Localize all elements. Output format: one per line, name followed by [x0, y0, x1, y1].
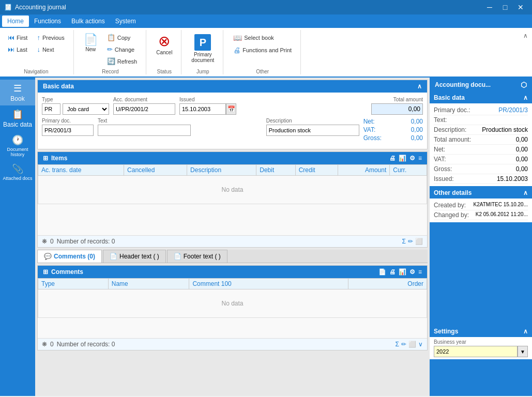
primary-doc-icon: P [194, 34, 211, 51]
tabs-bar: 💬 Comments (0) 📄 Header text ( ) 📄 Foote… [37, 250, 428, 263]
right-settings-collapse[interactable]: ∧ [523, 328, 528, 335]
acc-document-field: Acc. document [113, 97, 175, 115]
items-filter-icon[interactable]: ⚙ [409, 155, 415, 162]
right-row-text: Text: [434, 115, 528, 125]
menu-functions[interactable]: Functions [29, 16, 66, 27]
sidebar-item-basic-data[interactable]: 📋 Basic data [0, 105, 35, 131]
comments-filter-icon[interactable]: ⚙ [409, 268, 415, 276]
last-button[interactable]: ⏭ Last [4, 44, 31, 55]
items-print-icon[interactable]: 🖨 [389, 155, 396, 162]
copy-button[interactable]: 📋 Copy [103, 32, 141, 43]
right-other-details-header: Other details ∧ [430, 187, 532, 198]
menu-system[interactable]: System [110, 16, 141, 27]
first-button[interactable]: ⏮ First [4, 32, 31, 43]
next-button[interactable]: ↓ Next [33, 44, 68, 55]
type-select[interactable]: Job card [63, 103, 109, 115]
comments-scroll-down[interactable]: ∨ [418, 341, 423, 348]
previous-button[interactable]: ↑ Previous [33, 32, 68, 43]
comments-print-icon[interactable]: 🖨 [389, 268, 396, 276]
right-row-net: Net: 0,00 [434, 145, 528, 155]
description-input[interactable] [266, 125, 359, 136]
net-label: Net: [363, 118, 375, 125]
amounts-panel: Net: 0,00 VAT: 0,00 Gross: 0,00 [363, 118, 423, 142]
vat-value: 0,00 [392, 126, 423, 133]
right-other-details-collapse[interactable]: ∧ [523, 189, 528, 196]
ribbon-collapse-button[interactable]: ∧ [523, 32, 528, 39]
ribbon-group-status: ⊗ Cancel Status [153, 30, 181, 74]
comments-table-wrapper: Type Name Comment 100 Order No data [38, 278, 427, 339]
comments-add-icon[interactable]: 📄 [378, 268, 386, 276]
type-input[interactable] [42, 103, 60, 115]
business-year-input[interactable] [434, 346, 518, 357]
description-field: Description [266, 118, 359, 136]
comments-edit-icon[interactable]: ✏ [401, 341, 406, 348]
comments-count: 0 [50, 341, 54, 348]
other-label: Other [256, 67, 269, 74]
comments-footer-icon: ❋ [42, 341, 47, 348]
minimize-button[interactable]: ─ [482, 2, 497, 12]
tab-header-text[interactable]: 📄 Header text ( ) [103, 250, 166, 263]
col-curr: Curr. [390, 165, 427, 176]
copy-icon: 📋 [107, 34, 115, 41]
right-settings-section: Settings ∧ Business year ▼ [430, 326, 532, 359]
items-edit-icon[interactable]: ✏ [408, 238, 413, 245]
previous-icon: ↑ [37, 34, 40, 41]
menu-home[interactable]: Home [2, 16, 29, 27]
maximize-button[interactable]: □ [498, 2, 512, 12]
functions-print-button[interactable]: 🖨 Functions and Print [230, 44, 295, 56]
header-text-tab-label: Header text ( ) [119, 253, 159, 260]
attached-docs-icon: 📎 [12, 163, 23, 175]
basic-data-collapse-icon[interactable]: ∧ [417, 83, 422, 90]
acc-doc-input[interactable] [113, 103, 175, 115]
net-value: 0,00 [392, 118, 423, 125]
cancel-button[interactable]: ⊗ Cancel [153, 32, 176, 57]
total-amount-field: Total amount [371, 97, 423, 115]
issued-input[interactable] [179, 103, 226, 115]
comments-menu-icon[interactable]: ≡ [418, 268, 422, 276]
total-amount-input[interactable] [371, 103, 423, 115]
issued-calendar-button[interactable]: 📅 [226, 103, 236, 115]
items-menu-icon[interactable]: ≡ [418, 155, 422, 162]
gross-label: Gross: [363, 134, 382, 142]
comments-sum-icon[interactable]: Σ [396, 341, 399, 348]
change-button[interactable]: ✏ Change [103, 44, 141, 55]
sidebar-item-attached-docs[interactable]: 📎 Attached docs [0, 160, 35, 184]
comments-section: ⊞ Comments 📄 🖨 📊 ⚙ ≡ Type Name [37, 265, 428, 351]
right-vat-val: 0,00 [516, 156, 528, 163]
right-other-details-body: Created by: K2ATMITEC 15.10.20... Change… [430, 198, 532, 222]
text-label: Text [98, 118, 262, 124]
right-panel-external-icon[interactable]: ⬡ [521, 81, 527, 89]
items-chart-icon[interactable]: 📊 [399, 155, 406, 162]
tab-footer-text[interactable]: 📄 Footer text ( ) [167, 250, 227, 263]
right-basic-data-body: Primary doc.: PR/2001/3 Text: Descriptio… [430, 103, 532, 186]
text-input[interactable] [98, 125, 191, 136]
comments-chart-icon[interactable]: 📊 [399, 268, 406, 276]
refresh-button[interactable]: 🔄 Refresh [103, 56, 141, 67]
sidebar-item-book[interactable]: ☰ Book [0, 80, 35, 105]
business-year-field: Business year ▼ [434, 339, 528, 357]
new-icon: 📄 [84, 34, 98, 45]
items-export-icon[interactable]: ⬜ [415, 238, 423, 245]
comments-no-data-row: No data [38, 289, 427, 317]
primary-document-button[interactable]: P Primarydocument [188, 32, 218, 65]
select-book-button[interactable]: 📖 Select book [230, 32, 295, 43]
right-basic-data-collapse[interactable]: ∧ [523, 94, 528, 101]
col-ac-trans-date: Ac. trans. date [38, 165, 124, 176]
new-button[interactable]: 📄 New [80, 32, 101, 54]
items-sum-icon[interactable]: Σ [402, 238, 406, 245]
next-icon: ↓ [37, 45, 40, 53]
comments-export-icon[interactable]: ⬜ [408, 341, 416, 348]
comments-tab-icon: 💬 [44, 253, 52, 260]
menu-bulk-actions[interactable]: Bulk actions [66, 16, 110, 27]
right-created-by-val: K2ATMITEC 15.10.20... [474, 202, 528, 209]
col-name: Name [108, 278, 189, 289]
comments-footer: ❋ 0 Number of records: 0 Σ ✏ ⬜ ∨ [38, 338, 427, 350]
tab-comments[interactable]: 💬 Comments (0) [37, 250, 102, 263]
primary-doc-input[interactable] [42, 125, 94, 136]
sidebar-item-document-history[interactable]: 🕐 Document history [0, 131, 35, 160]
business-year-dropdown-button[interactable]: ▼ [518, 346, 528, 357]
items-records-label: Number of records: 0 [57, 238, 115, 245]
close-button[interactable]: ✕ [513, 2, 528, 12]
right-row-primary-doc: Primary doc.: PR/2001/3 [434, 105, 528, 115]
jump-label: Jump [196, 67, 209, 74]
